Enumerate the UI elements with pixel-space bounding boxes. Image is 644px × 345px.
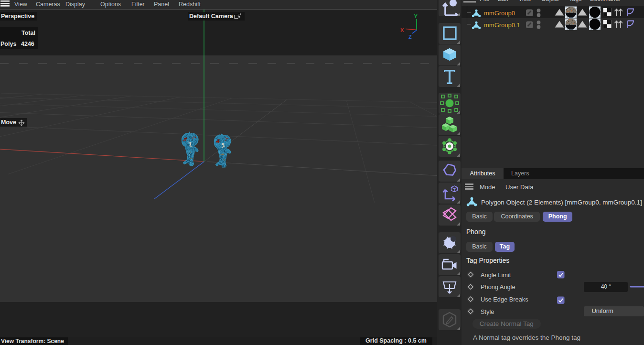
svg-text:Y: Y — [414, 13, 418, 19]
svg-text:Z: Z — [408, 34, 412, 40]
svg-text:X: X — [400, 27, 404, 33]
